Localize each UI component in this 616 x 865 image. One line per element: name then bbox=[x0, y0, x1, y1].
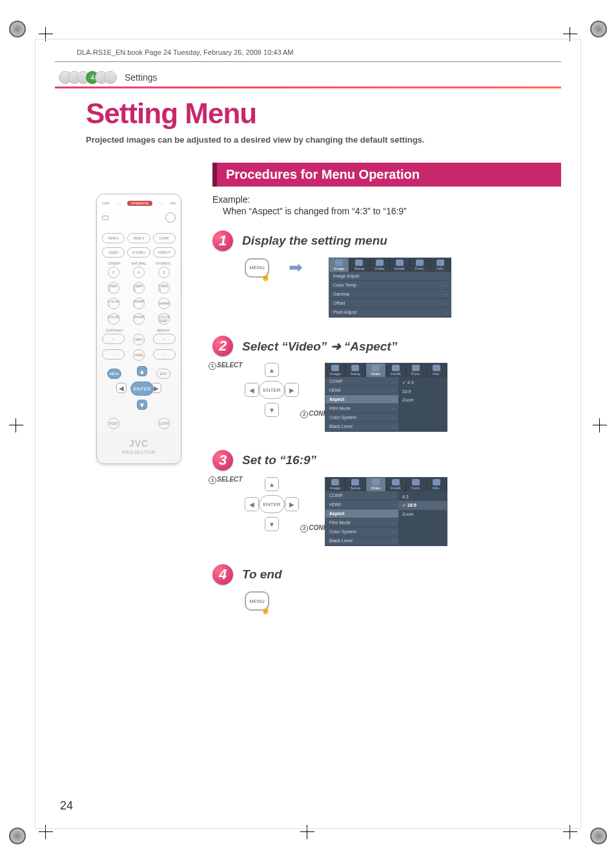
registration-mark-icon bbox=[593, 418, 607, 432]
projector-label: PROJECTOR bbox=[102, 450, 176, 454]
remote-btn: USER 1 bbox=[108, 282, 119, 294]
step-title: Display the setting menu bbox=[242, 234, 387, 248]
osd-sub-row: ✓4:3 bbox=[398, 378, 447, 387]
osd-tab: Video bbox=[370, 258, 390, 272]
osd-row: COMP.› bbox=[325, 491, 398, 500]
book-metadata: DLA-RS1E_EN.book Page 24 Tuesday, Februa… bbox=[77, 48, 561, 56]
remote-btn: − bbox=[153, 349, 176, 360]
osd-sub-row: 16:9 bbox=[398, 387, 447, 396]
confirm-annotation: 2CONFIRM bbox=[300, 524, 339, 533]
remote-btn: GAMMA bbox=[158, 298, 170, 309]
step-number-badge: 3 bbox=[212, 450, 233, 471]
remote-control-figure: OFF ······ OPERATE ······ ON HDMI 1 HDMI… bbox=[96, 194, 181, 464]
remote-btn: TEST bbox=[108, 418, 119, 429]
step-1: 1 Display the setting menu MENU☝ ➡ Image… bbox=[212, 230, 561, 318]
remote-on-label: ON bbox=[170, 201, 176, 205]
breadcrumb-label: Settings bbox=[125, 72, 158, 83]
arrow-up-icon: ▲ bbox=[265, 477, 279, 491]
breadcrumb: 4 Settings bbox=[59, 71, 561, 84]
menu-button-figure: MENU☝ bbox=[245, 591, 269, 611]
enter-btn: ENTER bbox=[259, 381, 285, 399]
dpad-figure: 1SELECT ▲ ◀ ENTER ▶ ▼ 2CONFIRM bbox=[245, 363, 299, 417]
step-title: Select “Video” ➜ “Aspect” bbox=[242, 339, 397, 354]
cursor-hand-icon: ☝ bbox=[261, 272, 271, 281]
remote-label: CONTRAST bbox=[102, 329, 127, 332]
step-number-badge: 4 bbox=[212, 564, 233, 585]
osd-tab: Func. bbox=[406, 478, 426, 491]
arrow-left-icon: ◀ bbox=[245, 383, 259, 397]
osd-tab: Install. bbox=[386, 363, 406, 377]
osd-row: COMP.› bbox=[325, 377, 398, 386]
arrow-left-icon: ◀ bbox=[116, 383, 127, 393]
step-title: To end bbox=[242, 567, 282, 582]
arrow-down-icon: ▼ bbox=[265, 403, 279, 417]
osd-screenshot-1: Image Setup Video Install. Func. Info. I… bbox=[329, 258, 451, 318]
page-number: 24 bbox=[60, 799, 73, 813]
remote-menu-btn: MENU bbox=[107, 369, 121, 379]
registration-mark-icon bbox=[9, 418, 23, 432]
remote-btn: SHARP − bbox=[133, 313, 145, 325]
remote-btn: N bbox=[133, 267, 145, 278]
arrow-up-icon: ▲ bbox=[265, 363, 279, 377]
intro-text: Projected images can be adjusted to a de… bbox=[86, 135, 561, 145]
osd-tab: Info. bbox=[427, 363, 447, 377]
example-label: Example: bbox=[212, 194, 561, 205]
remote-btn: SHARP + bbox=[133, 298, 145, 309]
remote-off-label: OFF bbox=[102, 201, 110, 205]
enter-btn: ENTER bbox=[259, 495, 285, 513]
osd-row: HDMI› bbox=[325, 386, 398, 395]
jvc-logo: JVC bbox=[102, 438, 176, 449]
arrow-up-icon: ▲ bbox=[137, 366, 147, 376]
remote-btn: D bbox=[158, 267, 170, 278]
osd-screenshot-3: Image Setup Video Install. Func. Info. C… bbox=[325, 477, 447, 546]
step-title: Set to “16:9” bbox=[242, 453, 316, 467]
confirm-annotation: 2CONFIRM bbox=[300, 410, 339, 418]
osd-tab: Setup bbox=[345, 478, 365, 491]
osd-tab: Image bbox=[329, 258, 349, 272]
step-number-badge: 1 bbox=[212, 230, 233, 251]
remote-btn: HDMI 1 bbox=[102, 233, 125, 243]
osd-row: Aspect› bbox=[325, 395, 398, 404]
remote-label: BRIGHT bbox=[151, 329, 176, 332]
osd-tab: Setup bbox=[349, 258, 369, 272]
remote-operate-badge: OPERATE bbox=[127, 201, 152, 206]
osd-tab: Image bbox=[325, 363, 345, 377]
step-3: 3 Set to “16:9” 1SELECT ▲ ◀ ENTER ▶ ▼ 2C… bbox=[212, 450, 561, 546]
remote-label: CINEMA bbox=[102, 261, 127, 265]
arrow-down-icon: ▼ bbox=[265, 517, 279, 531]
crop-mark-icon bbox=[590, 828, 607, 844]
remote-btn: VIDEO bbox=[102, 247, 125, 258]
osd-tab: Video bbox=[366, 363, 386, 377]
osd-tab: Func. bbox=[406, 363, 426, 377]
step-2: 2 Select “Video” ➜ “Aspect” 1SELECT ▲ ◀ … bbox=[212, 336, 561, 432]
remote-btn: USER 2 bbox=[133, 282, 145, 294]
arrow-right-icon: ▶ bbox=[285, 497, 299, 511]
bubble-chain: 4 bbox=[59, 71, 113, 84]
osd-sub-row: Zoom bbox=[398, 510, 447, 518]
breadcrumb-underline bbox=[55, 86, 561, 88]
remote-btn: HIDE bbox=[133, 349, 145, 361]
step-number-badge: 2 bbox=[212, 336, 233, 356]
osd-sub-row: 4:3 bbox=[398, 493, 447, 501]
osd-tab: Setup bbox=[345, 363, 365, 377]
remote-dpad: MENU EXIT ▲ ▼ ◀ ▶ ENTER bbox=[102, 365, 176, 411]
arrow-down-icon: ▼ bbox=[137, 400, 147, 410]
remote-btn: HDMI 2 bbox=[127, 233, 150, 243]
section-banner: Procedures for Menu Operation bbox=[212, 163, 561, 187]
remote-btn: USER 3 bbox=[158, 282, 170, 294]
osd-tab: Func. bbox=[410, 258, 430, 272]
remote-btn: − bbox=[102, 349, 125, 360]
osd-row: Gamma› bbox=[329, 290, 451, 299]
osd-row: HDMI› bbox=[325, 500, 398, 509]
osd-row: Aspect› bbox=[325, 509, 398, 518]
remote-enter-btn: ENTER bbox=[130, 382, 154, 396]
remote-btn: LIGHT bbox=[158, 418, 170, 429]
menu-button-figure: MENU☝ bbox=[245, 258, 269, 278]
remote-btn: + bbox=[102, 334, 125, 344]
osd-row: Black Level› bbox=[325, 536, 398, 545]
osd-row: Color Temp.› bbox=[329, 281, 451, 290]
remote-label: DYNAMIC bbox=[151, 261, 176, 265]
osd-row: Pixel Adjust› bbox=[329, 308, 451, 317]
remote-btn: COLOR − bbox=[108, 313, 119, 325]
crop-mark-icon bbox=[9, 21, 26, 37]
